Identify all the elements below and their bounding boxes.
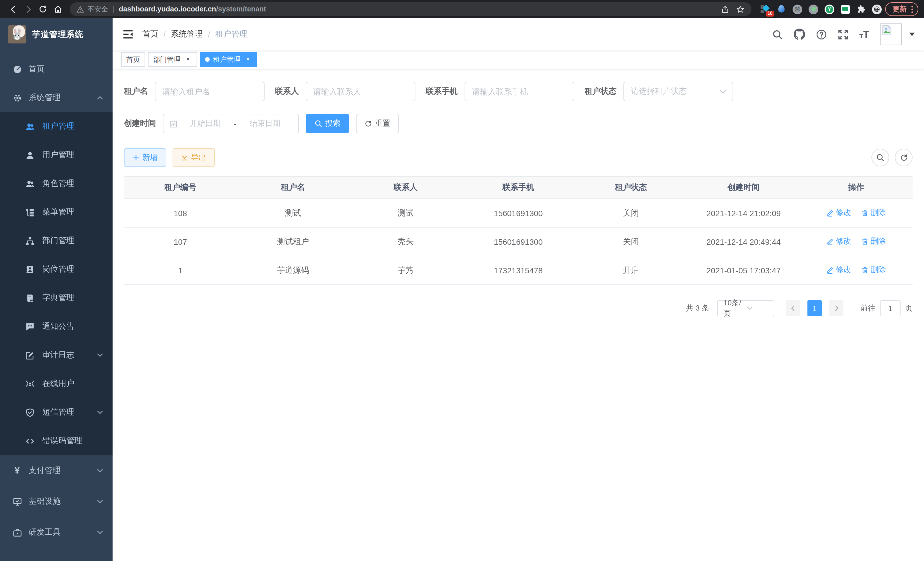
url-host[interactable]: dashboard.yudao.iocoder.cn xyxy=(119,5,216,13)
search-icon xyxy=(876,153,885,162)
delete-link[interactable]: 删除 xyxy=(861,265,886,275)
breadcrumb-home[interactable]: 首页 xyxy=(142,29,158,39)
app-logo: 🐰 xyxy=(8,25,26,44)
export-button[interactable]: 导出 xyxy=(172,148,215,167)
bookmark-star-icon[interactable] xyxy=(736,5,745,14)
delete-link[interactable]: 删除 xyxy=(861,208,886,218)
sidebar-item-pay[interactable]: ¥ 支付管理 xyxy=(0,455,112,486)
broadcast-user-icon xyxy=(25,379,34,388)
status-select-placeholder: 请选择租户状态 xyxy=(631,86,719,97)
extension-recorder-icon[interactable] xyxy=(808,4,818,14)
sidebar-item-post[interactable]: 岗位管理 xyxy=(0,255,112,284)
tenant-name-input[interactable] xyxy=(155,82,265,101)
fullscreen-icon[interactable] xyxy=(838,29,849,40)
browser-update-button[interactable]: 更新 xyxy=(885,2,918,16)
sidebar-logo-row[interactable]: 🐰 芋道管理系统 xyxy=(0,18,112,50)
page-number-1[interactable]: 1 xyxy=(807,300,822,316)
edit-link[interactable]: 修改 xyxy=(826,265,851,275)
breadcrumb-system[interactable]: 系统管理 xyxy=(171,29,203,39)
user-avatar[interactable] xyxy=(880,23,902,45)
sidebar-item-sms[interactable]: 短信管理 xyxy=(0,398,112,427)
date-range-picker[interactable]: 开始日期 - 结束日期 xyxy=(163,114,299,133)
sidebar-item-infra[interactable]: 基础设施 xyxy=(0,486,112,517)
menu-tree-icon xyxy=(25,208,34,217)
active-dot xyxy=(205,57,210,62)
extension-command-icon[interactable]: ⌘ xyxy=(793,4,802,14)
browser-forward-button[interactable] xyxy=(21,2,35,17)
tag-close-icon[interactable]: × xyxy=(244,56,252,63)
sidebar-collapse-button[interactable] xyxy=(123,30,133,39)
sidebar-item-tenant[interactable]: 租户管理 xyxy=(0,112,112,141)
extension-chat-icon[interactable] xyxy=(841,5,850,14)
sidebar-item-notice[interactable]: 通知公告 xyxy=(0,312,112,341)
sidebar-item-audit-log[interactable]: 审计日志 xyxy=(0,341,112,369)
help-icon[interactable] xyxy=(816,29,827,40)
chevron-down-icon xyxy=(97,529,104,536)
avatar-caret-icon[interactable] xyxy=(909,33,915,36)
address-bar[interactable]: 不安全 dashboard.yudao.iocoder.cn/system/te… xyxy=(70,2,752,16)
reset-button[interactable]: 重置 xyxy=(356,114,399,133)
tag-label: 部门管理 xyxy=(153,55,181,64)
extension-y-icon[interactable]: Y xyxy=(825,4,834,14)
tags-view-bar: 首页 部门管理 × 租户管理 × xyxy=(112,50,924,69)
page-size-select[interactable]: 10条/页 xyxy=(717,300,774,316)
toolbar-right xyxy=(872,149,913,166)
col-status: 租户状态 xyxy=(574,176,687,199)
status-select[interactable]: 请选择租户状态 xyxy=(623,82,733,101)
sidebar-item-user[interactable]: 用户管理 xyxy=(0,141,112,169)
app-title: 芋道管理系统 xyxy=(32,29,83,40)
browser-home-button[interactable] xyxy=(50,2,65,17)
tag-close-icon[interactable]: × xyxy=(184,56,192,63)
gear-icon xyxy=(13,93,22,102)
monitor-check-icon xyxy=(13,497,22,506)
sidebar-item-error-code[interactable]: 错误码管理 xyxy=(0,427,112,455)
header-search-button[interactable] xyxy=(772,29,783,40)
edit-link[interactable]: 修改 xyxy=(826,208,851,218)
browser-menu-icon[interactable] xyxy=(911,5,913,13)
delete-link[interactable]: 删除 xyxy=(861,236,886,247)
mobile-input[interactable] xyxy=(465,82,574,101)
table-row: 107 测试租户 秃头 15601691300 关闭 2021-12-14 20… xyxy=(124,227,913,256)
url-path[interactable]: /system/tenant xyxy=(216,5,266,13)
sidebar-item-label: 租户管理 xyxy=(42,121,74,132)
sidebar-item-dict[interactable]: 字典管理 xyxy=(0,284,112,312)
browser-reload-button[interactable] xyxy=(35,2,50,17)
extensions-puzzle-icon[interactable] xyxy=(856,5,866,14)
breadcrumb-separator: / xyxy=(208,30,210,39)
profile-avatar-icon[interactable]: 😀 xyxy=(872,4,882,14)
add-button[interactable]: 新增 xyxy=(124,148,166,167)
goto-page-input[interactable] xyxy=(880,300,901,316)
next-page-button[interactable] xyxy=(829,300,843,316)
cell-status: 关闭 xyxy=(574,199,687,227)
broken-image-icon xyxy=(882,25,892,35)
extension-balloon-icon[interactable] xyxy=(777,4,786,14)
sidebar-item-dept[interactable]: 部门管理 xyxy=(0,226,112,255)
extension-tampermonkey-icon[interactable]: 10 xyxy=(760,4,770,14)
mobile-label: 联系手机 xyxy=(426,86,458,97)
chevron-down-icon xyxy=(719,88,727,95)
github-icon[interactable] xyxy=(794,29,805,40)
security-label[interactable]: 不安全 xyxy=(87,4,108,14)
sidebar-item-online-user[interactable]: 在线用户 xyxy=(0,369,112,398)
share-icon[interactable] xyxy=(721,5,729,14)
font-size-icon[interactable]: TT xyxy=(860,29,869,39)
tag-dept[interactable]: 部门管理 × xyxy=(148,52,197,67)
sidebar-item-system[interactable]: 系统管理 xyxy=(0,83,112,112)
sidebar-item-role[interactable]: 角色管理 xyxy=(0,169,112,198)
refresh-table-button[interactable] xyxy=(895,149,913,166)
sidebar-item-devtool[interactable]: 研发工具 xyxy=(0,517,112,548)
sidebar-item-home[interactable]: 首页 xyxy=(0,55,112,83)
pagination-total: 共 3 条 xyxy=(686,303,709,313)
prev-page-button[interactable] xyxy=(786,300,800,316)
tag-home[interactable]: 首页 xyxy=(121,52,145,67)
sidebar-item-menu[interactable]: 菜单管理 xyxy=(0,198,112,226)
edit-link[interactable]: 修改 xyxy=(826,236,851,247)
search-button[interactable]: 搜索 xyxy=(306,114,349,133)
toggle-search-button[interactable] xyxy=(872,149,889,166)
page-content: 租户名 联系人 联系手机 租户状态 请选择租户状态 xyxy=(112,69,924,561)
contact-input[interactable] xyxy=(306,82,416,101)
browser-back-button[interactable] xyxy=(6,2,21,17)
start-date-placeholder[interactable]: 开始日期 xyxy=(178,118,233,129)
tag-tenant[interactable]: 租户管理 × xyxy=(200,52,257,67)
end-date-placeholder[interactable]: 结束日期 xyxy=(237,118,292,129)
